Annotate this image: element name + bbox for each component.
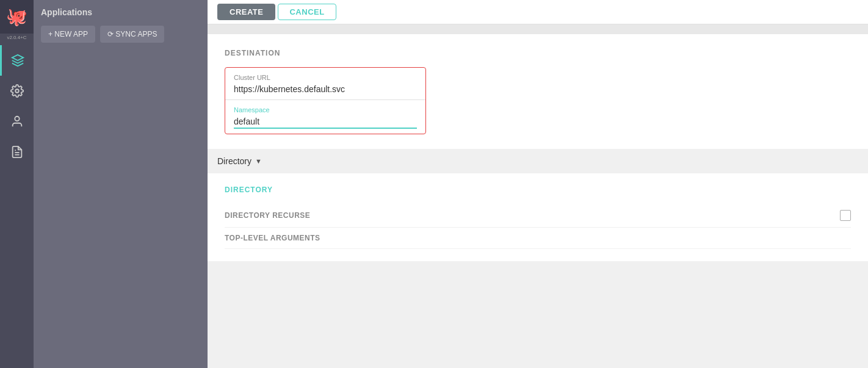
divider-strip [208,24,868,34]
main-content: CREATE CANCEL DESTINATION Cluster URL Na… [208,0,868,368]
new-app-button[interactable]: + NEW APP [41,26,95,43]
directory-header[interactable]: Directory ▼ [208,149,868,173]
svg-point-1 [15,89,19,93]
sidebar-item-user[interactable] [0,106,34,137]
svg-marker-0 [12,55,23,60]
sidebar-version: v2.0.4+C [7,34,26,45]
sidebar-item-settings[interactable] [0,76,34,106]
logo-icon: 🐙 [6,7,27,27]
top-level-arguments-row: TOP-LEVEL ARGUMENTS [225,228,851,249]
directory-recurse-row: DIRECTORY RECURSE [225,204,851,228]
sidebar: 🐙 v2.0.4+C [0,0,34,368]
settings-icon [10,84,24,98]
user-icon [10,115,24,128]
sidebar-logo[interactable]: 🐙 [0,0,34,34]
directory-title: DIRECTORY [225,186,851,194]
cancel-button[interactable]: CANCEL [278,4,336,20]
cluster-url-group: Cluster URL [225,68,425,100]
applications-title: Applications [41,7,200,17]
namespace-input[interactable] [234,117,417,129]
destination-label: DESTINATION [225,49,851,57]
sidebar-item-docs[interactable] [0,137,34,167]
layers-icon [11,54,24,67]
directory-section: DIRECTORY DIRECTORY RECURSE TOP-LEVEL AR… [208,173,868,261]
namespace-group: Namespace [225,100,425,134]
chevron-down-icon: ▼ [255,157,262,165]
app-action-buttons: + NEW APP ⟳ SYNC APPS [41,26,200,43]
docs-icon [10,145,24,159]
left-panel: Applications + NEW APP ⟳ SYNC APPS [34,0,208,368]
sidebar-item-layers[interactable] [0,45,34,76]
cluster-url-label: Cluster URL [234,74,417,81]
top-level-arguments-label: TOP-LEVEL ARGUMENTS [225,234,851,242]
destination-box: Cluster URL Namespace [225,67,426,134]
top-bar: CREATE CANCEL [208,0,868,24]
svg-point-2 [15,117,19,121]
namespace-input-wrapper [234,116,417,129]
create-button[interactable]: CREATE [217,4,275,20]
sync-apps-button[interactable]: ⟳ SYNC APPS [100,26,164,43]
cluster-url-input[interactable] [234,84,417,94]
directory-recurse-label: DIRECTORY RECURSE [225,211,840,220]
namespace-label: Namespace [234,106,417,114]
directory-header-label: Directory [217,156,251,166]
destination-section: DESTINATION Cluster URL Namespace [208,34,868,149]
directory-recurse-checkbox[interactable] [840,210,851,221]
